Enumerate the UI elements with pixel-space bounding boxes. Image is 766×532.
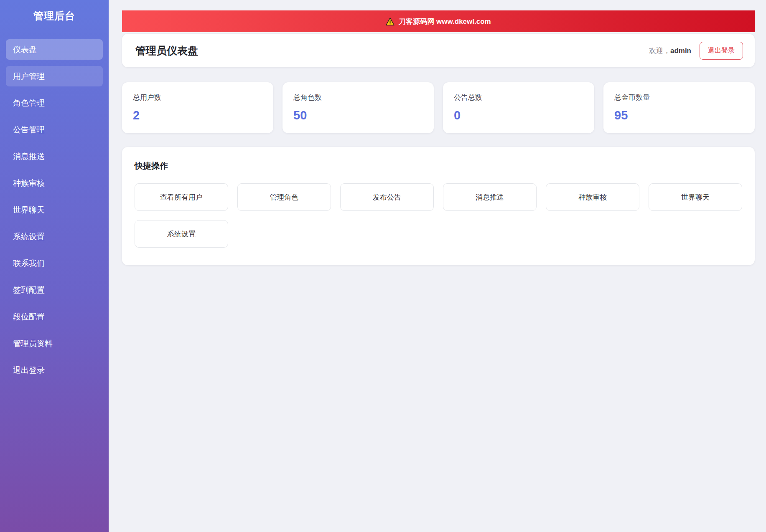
quick-action-button[interactable]: 查看所有用户 [135, 183, 228, 211]
stat-label: 总金币数量 [614, 93, 744, 102]
sidebar-item[interactable]: 仪表盘 [6, 39, 103, 60]
logout-button[interactable]: 退出登录 [700, 42, 743, 60]
sidebar-item-label: 种族审核 [13, 178, 45, 189]
stat-value: 50 [293, 109, 423, 122]
stat-value: 0 [454, 109, 583, 122]
stat-card: 总金币数量 95 [603, 82, 755, 133]
sidebar-item-label: 联系我们 [13, 258, 45, 269]
page-title: 管理员仪表盘 [135, 44, 198, 58]
sidebar-item[interactable]: 管理员资料 [6, 333, 103, 354]
sidebar-item[interactable]: 公告管理 [6, 119, 103, 140]
sidebar-item[interactable]: 段位配置 [6, 307, 103, 327]
quick-actions-card: 快捷操作 查看所有用户管理角色发布公告消息推送种族审核世界聊天系统设置 [122, 147, 755, 265]
sidebar-item-label: 用户管理 [13, 71, 45, 82]
stats-row: 总用户数 2 总角色数 50 公告总数 0 总金币数量 95 [122, 82, 755, 133]
sidebar-item[interactable]: 角色管理 [6, 93, 103, 113]
sidebar-item-label: 公告管理 [13, 124, 45, 135]
sidebar-item[interactable]: 签到配置 [6, 280, 103, 300]
stat-card: 总角色数 50 [282, 82, 434, 133]
stat-value: 95 [614, 109, 744, 122]
sidebar-item[interactable]: 种族审核 [6, 173, 103, 193]
quick-action-button[interactable]: 系统设置 [135, 220, 228, 248]
sidebar-item-label: 退出登录 [13, 365, 45, 376]
welcome-prefix: 欢迎， [649, 47, 670, 55]
sidebar-item-label: 仪表盘 [13, 44, 37, 55]
welcome-text: 欢迎，admin [649, 46, 691, 56]
notice-banner: 刀客源码网 www.dkewl.com [122, 10, 755, 32]
sidebar-item[interactable]: 用户管理 [6, 66, 103, 86]
sidebar-nav: 仪表盘 用户管理 角色管理 公告管理 消息推送 种族审核 世界聊天 系统设置 联… [0, 39, 109, 380]
sidebar-item[interactable]: 世界聊天 [6, 200, 103, 220]
sidebar-item-label: 签到配置 [13, 285, 45, 296]
sidebar-item-label: 段位配置 [13, 312, 45, 322]
quick-action-button[interactable]: 消息推送 [443, 183, 537, 211]
header-card: 管理员仪表盘 欢迎，admin 退出登录 [122, 34, 755, 67]
sidebar-item[interactable]: 退出登录 [6, 360, 103, 380]
sidebar: 管理后台 仪表盘 用户管理 角色管理 公告管理 消息推送 种族审核 世界聊天 系… [0, 0, 109, 532]
notice-banner-text: 刀客源码网 www.dkewl.com [399, 17, 491, 26]
quick-action-button[interactable]: 发布公告 [340, 183, 434, 211]
main-content: 刀客源码网 www.dkewl.com 管理员仪表盘 欢迎，admin 退出登录… [109, 0, 766, 532]
quick-action-button[interactable]: 种族审核 [546, 183, 639, 211]
stat-card: 总用户数 2 [122, 82, 273, 133]
username: admin [670, 47, 691, 55]
stat-value: 2 [133, 109, 262, 122]
sidebar-item[interactable]: 消息推送 [6, 146, 103, 167]
quick-actions-title: 快捷操作 [135, 160, 742, 172]
sidebar-item-label: 系统设置 [13, 231, 45, 242]
sidebar-item-label: 角色管理 [13, 98, 45, 109]
quick-action-button[interactable]: 管理角色 [237, 183, 331, 211]
stat-label: 公告总数 [454, 93, 583, 102]
app-title: 管理后台 [0, 9, 109, 23]
quick-action-button[interactable]: 世界聊天 [649, 183, 742, 211]
sidebar-item[interactable]: 联系我们 [6, 253, 103, 274]
sidebar-item-label: 管理员资料 [13, 338, 53, 349]
quick-actions-grid: 查看所有用户管理角色发布公告消息推送种族审核世界聊天系统设置 [135, 183, 742, 248]
header-right: 欢迎，admin 退出登录 [649, 42, 743, 60]
stat-label: 总用户数 [133, 93, 262, 102]
sidebar-item-label: 消息推送 [13, 151, 45, 162]
stat-label: 总角色数 [293, 93, 423, 102]
sidebar-item-label: 世界聊天 [13, 205, 45, 215]
warning-icon [386, 18, 394, 25]
sidebar-item[interactable]: 系统设置 [6, 226, 103, 247]
stat-card: 公告总数 0 [443, 82, 594, 133]
